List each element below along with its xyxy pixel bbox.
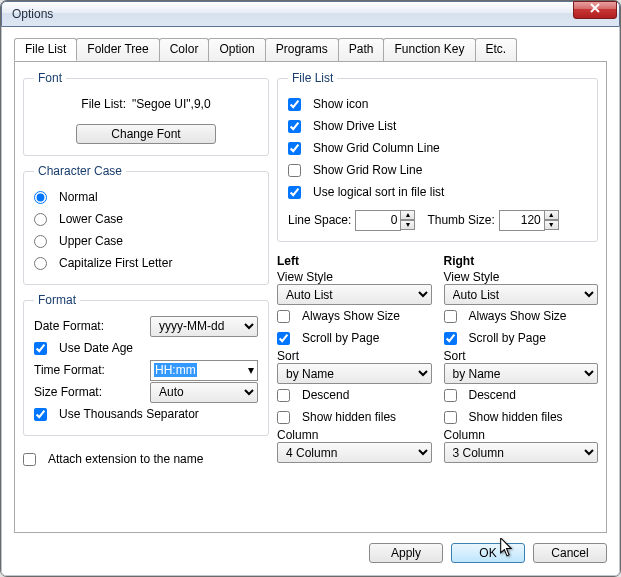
left-always-size-label: Always Show Size [302, 309, 400, 323]
right-sort-select[interactable]: by Name [444, 363, 599, 384]
font-value: "Segoe UI",9,0 [132, 97, 211, 111]
spin-up-icon[interactable]: ▲ [544, 210, 559, 220]
time-format-label: Time Format: [34, 363, 105, 377]
left-column-select[interactable]: 4 Column [277, 442, 432, 463]
radio-upper[interactable] [34, 235, 47, 248]
line-space-spinner[interactable]: ▲▼ [355, 210, 415, 231]
attach-ext-check[interactable] [23, 453, 36, 466]
thumb-size-spinner[interactable]: ▲▼ [499, 210, 559, 231]
show-grid-col-label: Show Grid Column Line [313, 141, 440, 155]
left-column-label: Column [277, 428, 432, 442]
logical-sort-check[interactable] [288, 186, 301, 199]
spin-down-icon[interactable]: ▼ [400, 220, 415, 230]
left-view-style-label: View Style [277, 270, 432, 284]
tab-bar: File List Folder Tree Color Option Progr… [14, 38, 607, 62]
right-pane-title: Right [444, 254, 599, 268]
format-legend: Format [34, 293, 80, 307]
file-list-legend: File List [288, 71, 337, 85]
right-column-select[interactable]: 3 Column [444, 442, 599, 463]
spin-down-icon[interactable]: ▼ [544, 220, 559, 230]
right-always-size-label: Always Show Size [469, 309, 567, 323]
tab-color[interactable]: Color [159, 38, 210, 61]
options-dialog: Options File List Folder Tree Color Opti… [0, 0, 621, 577]
right-view-style-select[interactable]: Auto List [444, 284, 599, 305]
right-scroll-page-check[interactable] [444, 332, 457, 345]
close-button[interactable] [573, 1, 617, 19]
right-hidden-check[interactable] [444, 411, 457, 424]
right-hidden-label: Show hidden files [469, 410, 563, 424]
left-always-size-check[interactable] [277, 310, 290, 323]
radio-lower-label: Lower Case [59, 212, 123, 226]
tab-panel: Font File List: "Segoe UI",9,0 Change Fo… [14, 61, 607, 533]
left-column: Font File List: "Segoe UI",9,0 Change Fo… [23, 71, 269, 524]
right-descend-check[interactable] [444, 389, 457, 402]
attach-ext-label: Attach extension to the name [48, 452, 203, 466]
window-title: Options [12, 7, 53, 21]
size-format-label: Size Format: [34, 385, 102, 399]
right-scroll-page-label: Scroll by Page [469, 331, 546, 345]
right-column: File List Show icon Show Drive List Show… [277, 71, 598, 524]
left-hidden-label: Show hidden files [302, 410, 396, 424]
font-label: File List: [81, 97, 126, 111]
show-grid-row-label: Show Grid Row Line [313, 163, 422, 177]
left-pane-title: Left [277, 254, 432, 268]
apply-button[interactable]: Apply [369, 543, 443, 563]
tab-folder-tree[interactable]: Folder Tree [76, 38, 159, 61]
char-case-legend: Character Case [34, 164, 126, 178]
char-case-group: Character Case Normal Lower Case Upper C… [23, 164, 269, 285]
left-scroll-page-label: Scroll by Page [302, 331, 379, 345]
tab-etc[interactable]: Etc. [475, 38, 518, 61]
format-group: Format Date Format: yyyy-MM-dd Use Date … [23, 293, 269, 436]
time-format-select[interactable]: HH:mm ▾ [150, 360, 258, 381]
radio-lower[interactable] [34, 213, 47, 226]
left-scroll-page-check[interactable] [277, 332, 290, 345]
chevron-down-icon: ▾ [248, 363, 254, 377]
tab-path[interactable]: Path [338, 38, 385, 61]
tab-function-key[interactable]: Function Key [383, 38, 475, 61]
left-sort-label: Sort [277, 349, 432, 363]
date-format-label: Date Format: [34, 319, 104, 333]
left-pane-group: Left View Style Auto List Always Show Si… [277, 250, 432, 463]
show-grid-col-check[interactable] [288, 142, 301, 155]
radio-normal-label: Normal [59, 190, 98, 204]
left-sort-select[interactable]: by Name [277, 363, 432, 384]
show-grid-row-check[interactable] [288, 164, 301, 177]
left-descend-check[interactable] [277, 389, 290, 402]
use-date-age-check[interactable] [34, 342, 47, 355]
right-column-label: Column [444, 428, 599, 442]
dialog-body: File List Folder Tree Color Option Progr… [1, 27, 620, 576]
file-list-group: File List Show icon Show Drive List Show… [277, 71, 598, 242]
show-drive-label: Show Drive List [313, 119, 396, 133]
titlebar: Options [1, 1, 620, 27]
left-view-style-select[interactable]: Auto List [277, 284, 432, 305]
spin-up-icon[interactable]: ▲ [400, 210, 415, 220]
right-descend-label: Descend [469, 388, 516, 402]
right-sort-label: Sort [444, 349, 599, 363]
change-font-button[interactable]: Change Font [76, 124, 216, 144]
thumb-size-input[interactable] [499, 210, 545, 231]
right-always-size-check[interactable] [444, 310, 457, 323]
thumb-size-label: Thumb Size: [427, 213, 494, 227]
use-thousands-check[interactable] [34, 408, 47, 421]
line-space-label: Line Space: [288, 213, 351, 227]
ok-button[interactable]: OK [451, 543, 525, 563]
radio-capitalize[interactable] [34, 257, 47, 270]
tab-file-list[interactable]: File List [14, 38, 77, 61]
show-icon-label: Show icon [313, 97, 368, 111]
size-format-select[interactable]: Auto [150, 382, 258, 403]
right-view-style-label: View Style [444, 270, 599, 284]
radio-normal[interactable] [34, 191, 47, 204]
font-group: Font File List: "Segoe UI",9,0 Change Fo… [23, 71, 269, 156]
font-legend: Font [34, 71, 66, 85]
button-bar: Apply OK Cancel [14, 533, 607, 563]
cancel-button[interactable]: Cancel [533, 543, 607, 563]
left-hidden-check[interactable] [277, 411, 290, 424]
date-format-select[interactable]: yyyy-MM-dd [150, 316, 258, 337]
line-space-input[interactable] [355, 210, 401, 231]
tab-programs[interactable]: Programs [265, 38, 339, 61]
show-drive-check[interactable] [288, 120, 301, 133]
pane-settings: Left View Style Auto List Always Show Si… [277, 250, 598, 463]
show-icon-check[interactable] [288, 98, 301, 111]
tab-option[interactable]: Option [208, 38, 265, 61]
use-thousands-label: Use Thousands Separator [59, 407, 199, 421]
